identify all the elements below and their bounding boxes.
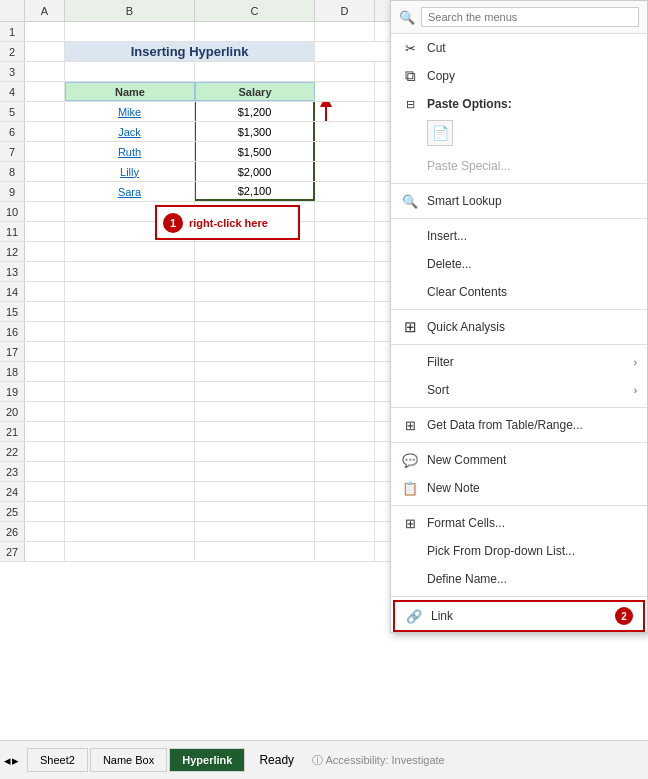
format-cells-icon: ⊞: [401, 514, 419, 532]
row-18: 18: [0, 362, 390, 382]
row-19: 19: [0, 382, 390, 402]
name-lilly: Lilly: [120, 166, 139, 178]
paste-icon[interactable]: 📄: [427, 120, 453, 146]
row-1: 1: [0, 22, 390, 42]
row-8: 8 Lilly $2,000: [0, 162, 390, 182]
ctx-quick-analysis[interactable]: ⊞ Quick Analysis: [391, 313, 647, 341]
row-2: 2 Inserting Hyperlink: [0, 42, 390, 62]
ctx-get-data-label: Get Data from Table/Range...: [427, 418, 637, 432]
row-5: 5 Mike $1,200: [0, 102, 390, 122]
pick-dropdown-icon: [401, 542, 419, 560]
status-area: Ready ⓘ Accessibility: Investigate: [251, 753, 648, 768]
ctx-filter-label: Filter: [427, 355, 626, 369]
ctx-clear-contents-label: Clear Contents: [427, 285, 637, 299]
status-ready: Ready: [259, 753, 294, 767]
quick-analysis-icon: ⊞: [401, 318, 419, 336]
ctx-smart-lookup[interactable]: 🔍 Smart Lookup: [391, 187, 647, 215]
separator-1: [391, 183, 647, 184]
ctx-delete-label: Delete...: [427, 257, 637, 271]
ctx-get-data[interactable]: ⊞ Get Data from Table/Range...: [391, 411, 647, 439]
up-arrow-icon: [319, 102, 333, 121]
name-mike: Mike: [118, 106, 141, 118]
delete-icon: [401, 255, 419, 273]
salary-ruth: $1,500: [238, 146, 272, 158]
ctx-filter[interactable]: Filter ›: [391, 348, 647, 376]
ctx-new-comment-label: New Comment: [427, 453, 637, 467]
row-23: 23: [0, 462, 390, 482]
row-27: 27: [0, 542, 390, 562]
nav-right-icon[interactable]: ▸: [12, 753, 19, 768]
row-24: 24: [0, 482, 390, 502]
header-name[interactable]: Name: [65, 82, 195, 101]
ctx-cut-label: Cut: [427, 41, 637, 55]
row-13: 13: [0, 262, 390, 282]
ctx-link[interactable]: 🔗 Link 2: [393, 600, 645, 632]
row-21: 21: [0, 422, 390, 442]
salary-jack: $1,300: [238, 126, 272, 138]
title-cell[interactable]: Inserting Hyperlink: [65, 42, 315, 61]
ctx-cut[interactable]: ✂ Cut: [391, 34, 647, 62]
copy-icon: ⧉: [401, 67, 419, 85]
ctx-smart-lookup-label: Smart Lookup: [427, 194, 637, 208]
separator-8: [391, 596, 647, 597]
row-7: 7 Ruth $1,500: [0, 142, 390, 162]
right-click-annotation: 1 right-click here: [155, 205, 300, 240]
salary-mike: $1,200: [238, 106, 272, 118]
col-header-c: C: [195, 0, 315, 21]
new-comment-icon: 💬: [401, 451, 419, 469]
ctx-sort[interactable]: Sort ›: [391, 376, 647, 404]
right-click-label: right-click here: [189, 217, 268, 229]
cut-icon: ✂: [401, 39, 419, 57]
separator-5: [391, 407, 647, 408]
ctx-copy[interactable]: ⧉ Copy: [391, 62, 647, 90]
tab-sheet2[interactable]: Sheet2: [27, 748, 88, 772]
ctx-copy-label: Copy: [427, 69, 637, 83]
search-icon: 🔍: [399, 10, 415, 25]
ctx-new-note[interactable]: 📋 New Note: [391, 474, 647, 502]
ctx-format-cells[interactable]: ⊞ Format Cells...: [391, 509, 647, 537]
row-20: 20: [0, 402, 390, 422]
row-25: 25: [0, 502, 390, 522]
ctx-new-comment[interactable]: 💬 New Comment: [391, 446, 647, 474]
tab-hyperlink[interactable]: Hyperlink: [169, 748, 245, 772]
ctx-paste-options: ⊟ Paste Options:: [391, 90, 647, 118]
ctx-insert-label: Insert...: [427, 229, 637, 243]
ctx-paste-special-label: Paste Special...: [427, 159, 637, 173]
insert-icon: [401, 227, 419, 245]
ctx-new-note-label: New Note: [427, 481, 637, 495]
tab-name-box[interactable]: Name Box: [90, 748, 167, 772]
filter-submenu-arrow: ›: [634, 357, 637, 368]
nav-left-icon[interactable]: ◂: [4, 753, 11, 768]
separator-6: [391, 442, 647, 443]
ctx-pick-dropdown[interactable]: Pick From Drop-down List...: [391, 537, 647, 565]
ctx-delete[interactable]: Delete...: [391, 250, 647, 278]
header-salary[interactable]: Salary: [195, 82, 315, 101]
row-6: 6 Jack $1,300: [0, 122, 390, 142]
sort-icon: [401, 381, 419, 399]
annotation-badge-1: 1: [163, 213, 183, 233]
ctx-link-label: Link: [431, 609, 601, 623]
context-menu: 🔍 ✂ Cut ⧉ Copy ⊟ Paste Options: 📄 Paste …: [390, 0, 648, 633]
annotation-badge-2: 2: [615, 607, 633, 625]
separator-7: [391, 505, 647, 506]
ctx-insert[interactable]: Insert...: [391, 222, 647, 250]
spreadsheet: A B C D E F 1 2 Inserting Hyperlink 3 4 …: [0, 0, 390, 740]
row-3: 3: [0, 62, 390, 82]
search-input[interactable]: [421, 7, 639, 27]
ctx-quick-analysis-label: Quick Analysis: [427, 320, 637, 334]
row-9: 9 Sara $2,100: [0, 182, 390, 202]
ctx-sort-label: Sort: [427, 383, 626, 397]
context-menu-search[interactable]: 🔍: [391, 1, 647, 34]
separator-2: [391, 218, 647, 219]
filter-icon: [401, 353, 419, 371]
ctx-define-name-label: Define Name...: [427, 572, 637, 586]
row-4: 4 Name Salary: [0, 82, 390, 102]
ctx-clear-contents[interactable]: Clear Contents: [391, 278, 647, 306]
ctx-define-name[interactable]: Define Name...: [391, 565, 647, 593]
row-14: 14: [0, 282, 390, 302]
paste-options-icon: ⊟: [401, 95, 419, 113]
salary-sara: $2,100: [238, 185, 272, 197]
get-data-icon: ⊞: [401, 416, 419, 434]
col-header-a: A: [25, 0, 65, 21]
ctx-format-cells-label: Format Cells...: [427, 516, 637, 530]
